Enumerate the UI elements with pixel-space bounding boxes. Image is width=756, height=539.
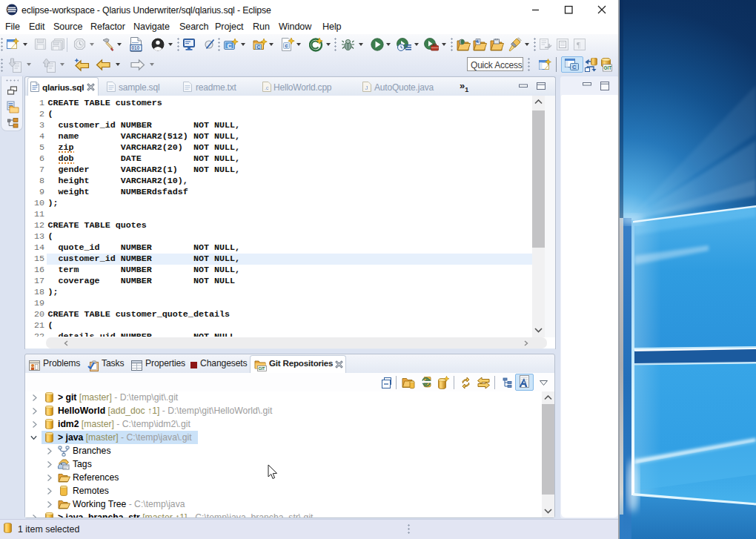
svg-text:J: J xyxy=(365,85,368,91)
svg-text:¶: ¶ xyxy=(577,40,580,49)
svg-text:C: C xyxy=(228,42,232,50)
svg-text:010: 010 xyxy=(132,45,140,50)
svg-text:.c: .c xyxy=(265,85,269,90)
svg-text:c: c xyxy=(285,43,288,48)
svg-text:C: C xyxy=(572,64,577,70)
svg-text:GIT: GIT xyxy=(259,366,266,371)
svg-text:GIT: GIT xyxy=(604,65,612,70)
svg-text:C: C xyxy=(257,44,261,50)
